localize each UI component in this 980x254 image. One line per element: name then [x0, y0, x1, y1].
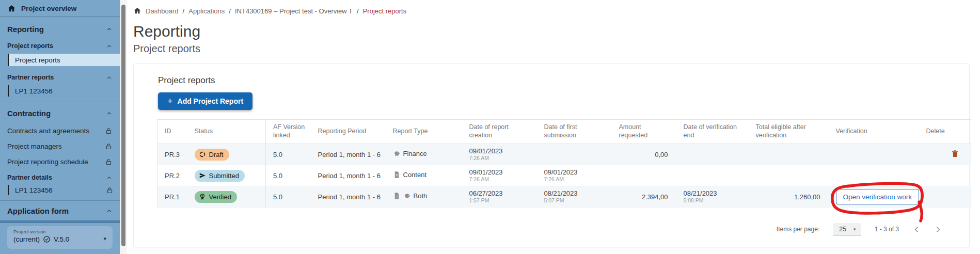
scrollbar-thumb[interactable] — [121, 5, 125, 246]
cell-amount: 0,00 — [612, 144, 676, 165]
breadcrumb-link-project[interactable]: INT4300169 – Project test - Overview T — [235, 7, 353, 15]
cell-amount: 2.394,00 — [612, 186, 676, 208]
project-reports-table: ID Status AF Version linked Reporting Pe… — [157, 119, 971, 208]
col-header-verification: Verification — [829, 120, 919, 144]
content-document-icon — [393, 192, 401, 200]
sidebar-item-contracts[interactable]: Contracts and agreements — [0, 126, 120, 135]
page-title: Reporting — [133, 22, 980, 41]
item-label: Project managers — [7, 142, 62, 150]
trash-icon — [951, 149, 959, 158]
sidebar-subheader-project-reports[interactable]: Project reports — [0, 41, 120, 51]
items-per-page-select[interactable]: 25 ▾ — [833, 223, 861, 235]
caret-down-icon: ▾ — [853, 227, 856, 232]
card-heading: Project reports — [158, 75, 969, 86]
breadcrumb-link-dashboard[interactable]: Dashboard — [146, 7, 179, 15]
col-header-period: Reporting Period — [311, 120, 386, 144]
sidebar-subheader-partner-reports[interactable]: Partner reports — [0, 73, 120, 82]
delete-report-button[interactable] — [951, 149, 959, 160]
project-version-select[interactable]: Project version (current) V.5.0 ▾ — [7, 226, 113, 249]
item-label: Contracts and agreements — [7, 127, 89, 135]
breadcrumb-current: Project reports — [363, 7, 407, 15]
items-per-page-label: Items per page: — [777, 226, 819, 233]
report-type-label: Both — [414, 192, 428, 200]
home-icon — [133, 7, 141, 15]
sidebar-item-partner-lp1[interactable]: LP1 123456 — [8, 85, 120, 97]
chevron-up-icon — [106, 174, 113, 181]
cell-af-version: 5.0 — [266, 144, 311, 165]
sidebar-item-partner-details-lp1[interactable]: LP1 123456 — [8, 185, 120, 195]
status-badge: Submitted — [195, 170, 245, 182]
cell-created: 09/01/2023 7:26 AM — [462, 144, 537, 165]
table-header-row: ID Status AF Version linked Reporting Pe… — [157, 120, 971, 144]
page-subtitle: Project reports — [133, 42, 980, 55]
sidebar-section-contracting[interactable]: Contracting — [0, 107, 120, 119]
cell-total-eligible — [749, 144, 829, 165]
verified-medal-icon — [199, 193, 206, 200]
cell-created: 09/01/2023 7:26 AM — [462, 165, 537, 186]
sidebar-item-project-reports[interactable]: Project reports — [8, 54, 120, 66]
sidebar-subheader-partner-details[interactable]: Partner details — [0, 173, 120, 182]
col-header-report-type: Report Type — [386, 120, 462, 144]
draft-icon — [199, 151, 206, 158]
finance-piggy-icon — [403, 192, 411, 200]
status-label: Submitted — [209, 172, 240, 180]
report-type-label: Finance — [403, 150, 427, 157]
col-header-created: Date of report creation — [462, 120, 537, 144]
pagination: Items per page: 25 ▾ 1 - 3 of 3 — [134, 223, 942, 235]
chevron-up-icon — [106, 110, 113, 117]
breadcrumb-link-applications[interactable]: Applications — [188, 7, 225, 15]
col-header-status: Status — [187, 120, 266, 144]
sidebar-footer-strip — [0, 220, 120, 223]
table-row: PR.1 Verified 5.0 Period 1, month 1 - 6 — [157, 186, 971, 208]
lock-icon — [105, 142, 113, 150]
chevron-up-icon — [106, 43, 113, 50]
breadcrumb: Dashboard / Applications / INT4300169 – … — [127, 0, 980, 15]
status-badge: Draft — [195, 149, 229, 161]
open-verification-work-button[interactable]: Open verification work — [836, 189, 920, 204]
cell-first-submission: 08/21/2023 5:07 PM — [537, 186, 612, 208]
sidebar-home-label: Project overview — [21, 5, 76, 12]
lock-icon — [105, 158, 113, 166]
divider — [0, 102, 120, 102]
add-button-label: Add Project Report — [178, 97, 244, 105]
sidebar-section-application-form[interactable]: Application form — [0, 205, 120, 216]
col-header-delete: Delete — [919, 120, 971, 144]
cell-id: PR.2 — [157, 165, 187, 186]
caret-down-icon: ▾ — [103, 235, 106, 242]
cell-period: Period 1, month 1 - 6 — [311, 186, 386, 208]
main-content: Dashboard / Applications / INT4300169 – … — [127, 0, 980, 254]
section-label: Application form — [7, 207, 69, 215]
cell-verification: Open verification work — [829, 186, 919, 208]
add-project-report-button[interactable]: + Add Project Report — [158, 92, 252, 110]
cell-verification-end: 08/21/2023 5:08 PM — [676, 186, 749, 208]
lock-icon — [105, 127, 113, 135]
breadcrumb-separator: / — [229, 7, 231, 15]
chevron-right-icon[interactable] — [934, 225, 942, 234]
subheader-label: Partner details — [7, 174, 52, 181]
project-reports-card: Project reports + Add Project Report ID … — [133, 64, 970, 247]
chevron-left-icon[interactable] — [912, 225, 921, 234]
sidebar-item-project-overview[interactable]: Project overview — [0, 0, 120, 17]
col-header-first-submission: Date of first submission — [537, 120, 612, 144]
col-header-total-eligible: Total eligible after verification — [749, 120, 829, 144]
sidebar-item-project-managers[interactable]: Project managers — [0, 141, 120, 151]
report-type: Finance — [393, 150, 427, 157]
sidebar-item-reporting-schedule[interactable]: Project reporting schedule — [0, 157, 120, 166]
status-badge: Verified — [195, 191, 237, 203]
cell-total-eligible: 1.260,00 — [749, 186, 829, 208]
section-label: Contracting — [7, 109, 51, 118]
cell-id: PR.3 — [157, 144, 187, 165]
sidebar: Project overview Reporting Project repor… — [0, 0, 120, 254]
scrollbar-track[interactable] — [120, 0, 127, 254]
col-header-amount: Amount requested — [612, 120, 676, 144]
sidebar-section-reporting[interactable]: Reporting — [0, 23, 120, 35]
plus-icon: + — [167, 97, 173, 106]
cell-verification — [829, 165, 919, 186]
cell-created: 06/27/2023 1:57 PM — [462, 186, 537, 208]
report-type: Both — [393, 192, 428, 200]
breadcrumb-separator: / — [357, 7, 359, 15]
item-label: LP1 123456 — [15, 87, 53, 95]
item-label: Project reports — [15, 56, 60, 64]
subheader-label: Project reports — [7, 42, 53, 50]
cell-first-submission — [537, 144, 612, 165]
